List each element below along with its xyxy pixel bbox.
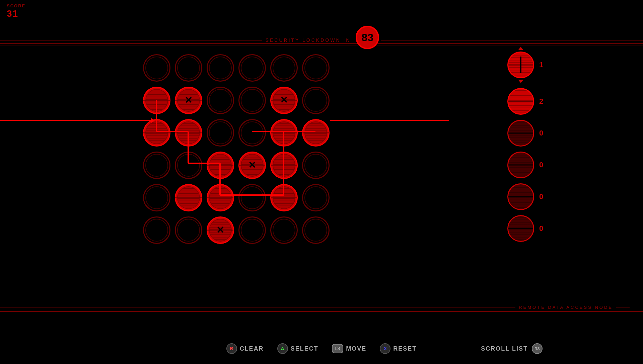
node-3-2[interactable]	[204, 149, 236, 181]
score-counter: SCORE 31	[7, 3, 25, 19]
controls-bar: B CLEAR A SELECT LS MOVE X RESET	[0, 343, 643, 354]
node-0-1[interactable]	[172, 52, 204, 84]
node-4-1[interactable]	[172, 182, 204, 213]
control-clear: B CLEAR	[226, 343, 264, 354]
node-4-4[interactable]	[268, 182, 300, 213]
node-4-3[interactable]	[236, 182, 268, 213]
panel-row-5: 0	[507, 215, 549, 242]
node-5-5[interactable]	[300, 214, 332, 246]
panel-row-2: 0	[507, 120, 549, 147]
control-move: LS MOVE	[332, 344, 367, 353]
panel-circle-5	[507, 215, 534, 242]
node-grid	[141, 52, 332, 247]
node-3-4[interactable]	[268, 149, 300, 181]
panel-row-4: 0	[507, 183, 549, 210]
node-1-4[interactable]	[268, 84, 300, 116]
panel-row-3: 0	[507, 152, 549, 178]
control-select: A SELECT	[277, 343, 318, 354]
chevron-down-icon	[518, 80, 523, 83]
panel-value-1: 2	[539, 97, 549, 106]
grid-row-1	[141, 84, 332, 116]
node-2-5[interactable]	[300, 117, 332, 149]
panel-row-0: 1	[507, 47, 549, 83]
node-1-2[interactable]	[204, 84, 236, 116]
rs-button[interactable]: RS	[532, 343, 543, 354]
right-panel: 1 2 0 0 0 0	[507, 47, 549, 245]
node-0-4[interactable]	[268, 52, 300, 84]
b-button[interactable]: B	[226, 343, 237, 354]
bottom-banner-text: REMOTE DATA ACCESS NODE	[519, 305, 613, 310]
counter-value: 31	[7, 8, 18, 19]
node-2-3[interactable]	[236, 117, 268, 149]
scroll-list-label: SCROLL LIST	[481, 345, 528, 352]
grid-row-0	[141, 52, 332, 84]
panel-circle-1	[507, 88, 534, 115]
node-2-2[interactable]	[204, 117, 236, 149]
node-1-3[interactable]	[236, 84, 268, 116]
node-2-0[interactable]	[141, 117, 172, 149]
move-label: MOVE	[346, 345, 366, 352]
a-button[interactable]: A	[277, 343, 288, 354]
node-5-2[interactable]	[204, 214, 236, 246]
lockdown-timer: 83	[356, 26, 379, 49]
node-1-5[interactable]	[300, 84, 332, 116]
node-2-4[interactable]	[268, 117, 300, 149]
ls-button[interactable]: LS	[332, 344, 344, 353]
panel-circle-2	[507, 120, 534, 147]
grid-row-3	[141, 149, 332, 181]
bottom-banner: REMOTE DATA ACCESS NODE	[0, 302, 643, 312]
clear-label: CLEAR	[240, 345, 264, 352]
node-1-1[interactable]	[172, 84, 204, 116]
node-0-2[interactable]	[204, 52, 236, 84]
reset-label: RESET	[393, 345, 417, 352]
node-0-5[interactable]	[300, 52, 332, 84]
node-4-2[interactable]	[204, 182, 236, 213]
node-0-0[interactable]	[141, 52, 172, 84]
node-5-3[interactable]	[236, 214, 268, 246]
node-4-5[interactable]	[300, 182, 332, 213]
node-3-5[interactable]	[300, 149, 332, 181]
node-5-0[interactable]	[141, 214, 172, 246]
node-1-0[interactable]	[141, 84, 172, 116]
lockdown-banner: SECURITY LOCKDOWN IN 83	[0, 32, 643, 49]
panel-value-0: 1	[539, 61, 549, 69]
chevron-up-icon	[518, 47, 523, 50]
scroll-list-control: SCROLL LIST RS	[481, 343, 543, 354]
lockdown-text: SECURITY LOCKDOWN IN	[262, 37, 354, 43]
node-3-3[interactable]	[236, 149, 268, 181]
node-3-0[interactable]	[141, 149, 172, 181]
panel-value-5: 0	[539, 224, 549, 233]
node-2-1[interactable]	[172, 117, 204, 149]
right-connection-line	[330, 120, 449, 121]
counter-label: SCORE	[7, 3, 25, 8]
grid-row-4	[141, 182, 332, 213]
control-reset: X RESET	[380, 343, 417, 354]
panel-row-1: 2	[507, 88, 549, 115]
left-connection-line	[0, 120, 154, 121]
node-0-3[interactable]	[236, 52, 268, 84]
grid-row-5	[141, 214, 332, 246]
panel-circle-4	[507, 183, 534, 210]
panel-value-4: 0	[539, 192, 549, 201]
select-label: SELECT	[291, 345, 318, 352]
node-4-0[interactable]	[141, 182, 172, 213]
node-5-4[interactable]	[268, 214, 300, 246]
panel-circle-0	[507, 52, 534, 78]
panel-value-2: 0	[539, 129, 549, 138]
node-3-1[interactable]	[172, 149, 204, 181]
panel-value-3: 0	[539, 161, 549, 169]
panel-circle-3	[507, 152, 534, 178]
grid-row-2	[141, 117, 332, 149]
node-5-1[interactable]	[172, 214, 204, 246]
x-button[interactable]: X	[380, 343, 390, 354]
